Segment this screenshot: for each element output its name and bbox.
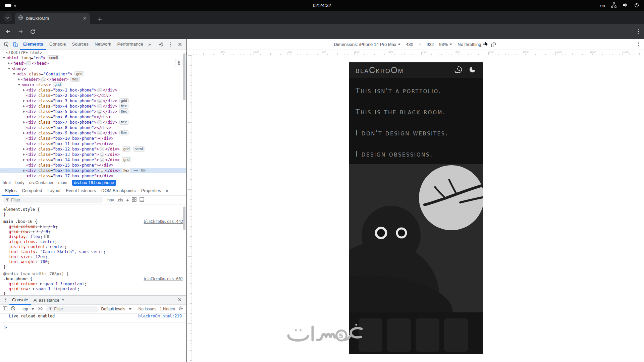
toggle-hov[interactable]: :hov (106, 198, 114, 202)
grid-overlay-icon[interactable] (132, 197, 137, 203)
power-icon[interactable] (634, 2, 639, 9)
toggle-cls[interactable]: .cls (117, 198, 123, 202)
devtools-tab-performance[interactable]: Performance (114, 39, 146, 50)
collapsed-content-icon[interactable]: … (100, 147, 105, 151)
hidden-messages-count[interactable]: 1 hidden (160, 307, 175, 311)
styles-scrollbar[interactable] (183, 206, 185, 230)
css-declaration[interactable]: display: flex; (0, 234, 186, 239)
tab-close-icon[interactable] (83, 15, 87, 21)
throttling-dropdown[interactable]: No throttling (458, 42, 485, 47)
dom-tree-row[interactable]: <div class="box-7 box-phone">…</div>flex (0, 120, 186, 125)
dom-tree-row[interactable]: <div class="box-3 box-phone">…</div>grid (0, 98, 186, 104)
dom-badge-scroll[interactable]: scroll (48, 55, 60, 60)
tree-twisty-icon[interactable] (3, 57, 5, 59)
css-declaration[interactable]: align-items: center; (0, 239, 186, 244)
tab-layout[interactable]: Layout (45, 186, 63, 196)
viewport-height-field[interactable]: 932 (427, 42, 434, 47)
breadcrumb-item[interactable]: div.Container (29, 180, 54, 185)
css-source-link[interactable]: blaCkroOm.css:601 (144, 277, 183, 282)
gallery-card[interactable] (387, 318, 411, 352)
gallery-card[interactable] (444, 318, 468, 352)
dom-badge-scroll[interactable]: scroll (133, 146, 145, 152)
breadcrumb-item[interactable]: body (15, 180, 24, 185)
tree-twisty-icon[interactable] (8, 62, 10, 65)
dom-tree-row[interactable]: <div class="box-10 box-phone"></div> (0, 136, 186, 141)
console-source-link[interactable]: blackroOm.html:219 (138, 314, 182, 318)
drawer-close-icon[interactable] (175, 297, 184, 303)
whatsapp-icon[interactable] (454, 66, 463, 75)
clear-console-icon[interactable] (11, 306, 15, 312)
dark-mode-moon-icon[interactable] (469, 66, 476, 75)
dom-tree-row[interactable]: <div class="box-17 box-phone"></div> (0, 173, 186, 179)
tab-dom-breakpoints[interactable]: DOM Breakpoints (99, 186, 139, 196)
eye-icon[interactable] (38, 306, 43, 312)
styles-filter-input[interactable] (11, 198, 101, 202)
collapsed-content-icon[interactable]: … (41, 77, 46, 81)
dom-tree-row[interactable]: <div class="box-6 box-phone"></div> (0, 114, 186, 120)
breadcrumb-item[interactable]: main (58, 180, 67, 185)
css-declaration[interactable]: font-size: 12em; (0, 254, 186, 259)
console-prompt[interactable]: > (0, 323, 186, 332)
styles-filter-field[interactable] (3, 197, 103, 203)
dom-badge-flex[interactable]: flex (122, 168, 131, 173)
devtools-settings-gear-icon[interactable] (156, 40, 166, 49)
reload-button[interactable] (28, 27, 37, 36)
viewport-width-field[interactable]: 430 (406, 42, 413, 47)
console-settings-gear-icon[interactable] (178, 306, 183, 312)
drawer-tab-console[interactable]: Console (9, 296, 31, 305)
collapsed-content-icon[interactable]: … (100, 158, 105, 162)
dom-badge-grid[interactable]: grid (74, 71, 84, 76)
dom-tree-row[interactable]: <header>…</header>flex (0, 77, 186, 82)
more-style-tabs-icon[interactable]: » (164, 188, 170, 193)
dom-tree-row[interactable]: <div class="box-5 box-phone">…</div>flex (0, 109, 186, 114)
devtools-tab-network[interactable]: Network (92, 39, 114, 50)
system-clock[interactable]: 02:24:32 (0, 3, 644, 8)
collapsed-content-icon[interactable]: … (97, 104, 102, 108)
dom-badge-grid[interactable]: grid (122, 157, 131, 162)
dom-tree-row[interactable]: <div class="box-1 box-phone">…</div> (0, 87, 186, 93)
dom-tree-row[interactable]: <div class="box-8 box-phone"></div> (0, 125, 186, 130)
tree-twisty-icon[interactable] (23, 121, 25, 124)
devtools-tab-sources[interactable]: Sources (69, 39, 92, 50)
devtools-menu-kebab-icon[interactable] (166, 40, 175, 49)
dom-badge-flex[interactable]: flex (119, 104, 128, 109)
collapsed-content-icon[interactable]: … (97, 110, 102, 114)
collapsed-content-icon[interactable]: … (97, 131, 102, 135)
css-declaration[interactable]: font-family: "Cabin Sketch", sans-serif; (0, 249, 186, 254)
browser-menu-kebab-icon[interactable] (634, 27, 643, 36)
dom-tree-row[interactable]: <div class="box-9 box-phone">…</div>flex (0, 130, 186, 136)
devtools-tab-console[interactable]: Console (46, 39, 69, 50)
dom-tree-row[interactable]: <div class="box-13 box-phone">…</div> (0, 152, 186, 157)
tree-twisty-icon[interactable] (23, 100, 25, 102)
inspect-element-icon[interactable] (1, 40, 11, 49)
css-rule[interactable]: @media (max-width: 768px) {.box-phone {b… (0, 272, 186, 295)
css-rule[interactable]: main .box-16 {blaCkroOm.css:442grid-colu… (0, 219, 186, 269)
collapsed-content-icon[interactable]: … (97, 120, 102, 124)
computed-panel-icon[interactable] (140, 197, 144, 203)
css-source-link[interactable]: blaCkroOm.css:442 (144, 219, 183, 224)
dom-tree-row[interactable]: <html lang="en">scroll (0, 55, 186, 61)
dom-tree-row[interactable]: <body> (0, 66, 186, 71)
log-levels-dropdown[interactable]: Default levels (101, 307, 131, 311)
tree-twisty-icon[interactable] (23, 148, 25, 150)
dom-tree-row[interactable]: <div class="box-4 box-phone">…</div>flex (0, 104, 186, 109)
tree-twisty-icon[interactable] (13, 73, 15, 75)
tree-twisty-icon[interactable] (18, 84, 20, 86)
back-button[interactable] (4, 27, 13, 36)
css-declaration[interactable]: grid-column: span 1 !important; (0, 282, 186, 287)
css-declaration[interactable]: font-weight: 700; (0, 259, 186, 264)
tab-properties[interactable]: Properties (139, 186, 164, 196)
dom-tree-row[interactable]: <div class="box-12 box-phone">…</div>gri… (0, 146, 186, 152)
dom-badge-flex[interactable]: flex (119, 109, 128, 114)
tree-twisty-icon[interactable] (23, 110, 25, 113)
new-style-rule-button[interactable]: + (126, 197, 129, 203)
css-declaration[interactable]: grid-row: span 1 !important; (0, 287, 186, 292)
row-options-icon[interactable]: ··· (1, 168, 7, 173)
tab-event-listeners[interactable]: Event Listeners (63, 186, 99, 196)
dom-tree-row[interactable]: <!DOCTYPE html> (0, 50, 186, 55)
tab-styles[interactable]: Styles (2, 186, 19, 196)
more-tabs-icon[interactable]: » (146, 42, 153, 47)
console-context-selector[interactable]: top (22, 307, 34, 311)
dom-tree-row[interactable]: <div class="box-2 box-phone"></div> (0, 93, 186, 98)
tree-twisty-icon[interactable] (23, 159, 25, 161)
